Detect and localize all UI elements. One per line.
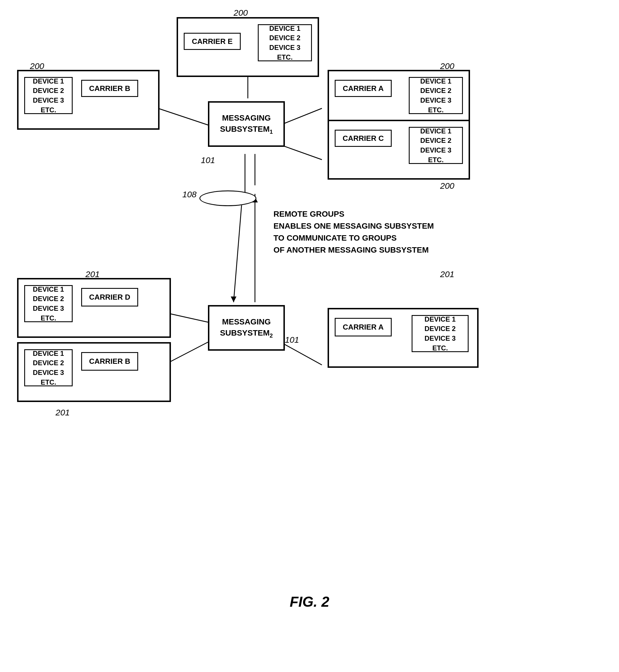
carrier-e-box: CARRIER E <box>184 33 241 50</box>
messaging-subsystem-2: MESSAGINGSUBSYSTEM2 <box>208 305 285 351</box>
carrier-c-devices-label: DEVICE 1DEVICE 2DEVICE 3ETC. <box>420 126 451 165</box>
carrier-b-top-devices-label: DEVICE 1DEVICE 2DEVICE 3ETC. <box>33 76 64 115</box>
carrier-a-bottom-group: CARRIER A DEVICE 1DEVICE 2DEVICE 3ETC. <box>328 308 479 368</box>
svg-line-2 <box>279 108 322 125</box>
carrier-d-box: CARRIER D <box>81 288 138 306</box>
carrier-d-label: CARRIER D <box>89 292 130 302</box>
carrier-b-top-label: CARRIER B <box>89 83 130 94</box>
carrier-c-box: CARRIER C <box>335 130 392 147</box>
ellipse-108 <box>199 190 256 206</box>
carrier-e-label: CARRIER E <box>192 36 232 47</box>
carrier-b-bottom-devices-label: DEVICE 1DEVICE 2DEVICE 3ETC. <box>33 349 64 387</box>
carrier-a-top-box: CARRIER A <box>335 80 392 97</box>
carrier-a-bottom-box: CARRIER A <box>335 318 392 337</box>
carrier-b-top-box: CARRIER B <box>81 80 138 97</box>
carrier-e-devices-label: DEVICE 1DEVICE 2DEVICE 3ETC. <box>269 24 300 62</box>
label-200-top: 200 <box>233 8 248 18</box>
label-201-bottomleft-top: 201 <box>85 269 100 279</box>
svg-line-6 <box>233 205 242 302</box>
carrier-e-devices: DEVICE 1DEVICE 2DEVICE 3ETC. <box>258 24 312 61</box>
carrier-a-top-label: CARRIER A <box>343 83 384 94</box>
svg-line-12 <box>281 342 322 365</box>
carrier-c-group: CARRIER C DEVICE 1DEVICE 2DEVICE 3ETC. <box>328 120 470 180</box>
carrier-d-devices: DEVICE 1DEVICE 2DEVICE 3ETC. <box>24 285 73 322</box>
svg-marker-7 <box>231 297 236 302</box>
carrier-b-bottom-devices: DEVICE 1DEVICE 2DEVICE 3ETC. <box>24 349 73 386</box>
carrier-d-group: CARRIER D DEVICE 1DEVICE 2DEVICE 3ETC. <box>17 278 171 338</box>
carrier-c-label: CARRIER C <box>343 133 384 143</box>
label-201-bottomright: 201 <box>440 269 454 279</box>
carrier-b-top-group: CARRIER B DEVICE 1DEVICE 2DEVICE 3ETC. <box>17 70 159 130</box>
label-200-topleft: 200 <box>30 61 44 71</box>
messaging-subsystem-1: MESSAGINGSUBSYSTEM1 <box>208 101 285 147</box>
svg-line-10 <box>169 314 208 322</box>
annotation-text: REMOTE GROUPSENABLES ONE MESSAGING SUBSY… <box>273 208 434 256</box>
label-201-bottomleft-bottom: 201 <box>56 408 70 417</box>
carrier-b-bottom-box: CARRIER B <box>81 352 138 371</box>
label-200-midright: 200 <box>440 181 454 191</box>
svg-line-1 <box>158 108 209 125</box>
carrier-b-bottom-group: CARRIER B DEVICE 1DEVICE 2DEVICE 3ETC. <box>17 342 171 402</box>
carrier-a-bottom-label: CARRIER A <box>343 322 384 332</box>
messaging-subsystem-1-label: MESSAGINGSUBSYSTEM1 <box>220 112 273 136</box>
carrier-d-devices-label: DEVICE 1DEVICE 2DEVICE 3ETC. <box>33 285 64 323</box>
label-108: 108 <box>182 190 197 199</box>
figure-label: FIG. 2 <box>290 594 329 610</box>
carrier-b-top-devices: DEVICE 1DEVICE 2DEVICE 3ETC. <box>24 77 73 114</box>
carrier-a-top-devices-label: DEVICE 1DEVICE 2DEVICE 3ETC. <box>420 76 451 115</box>
carrier-a-bottom-devices: DEVICE 1DEVICE 2DEVICE 3ETC. <box>412 315 469 352</box>
carrier-a-bottom-devices-label: DEVICE 1DEVICE 2DEVICE 3ETC. <box>424 314 456 353</box>
svg-line-11 <box>169 342 208 362</box>
carrier-e-group: CARRIER E DEVICE 1DEVICE 2DEVICE 3ETC. <box>177 17 319 77</box>
carrier-c-devices: DEVICE 1DEVICE 2DEVICE 3ETC. <box>409 127 463 164</box>
label-101-top: 101 <box>201 156 215 165</box>
carrier-a-top-devices: DEVICE 1DEVICE 2DEVICE 3ETC. <box>409 77 463 114</box>
carrier-b-bottom-label: CARRIER B <box>89 356 130 366</box>
diagram: 200 CARRIER E DEVICE 1DEVICE 2DEVICE 3ET… <box>0 0 619 627</box>
svg-line-3 <box>282 145 322 160</box>
messaging-subsystem-2-label: MESSAGINGSUBSYSTEM2 <box>220 316 273 340</box>
label-200-topright: 200 <box>440 61 454 71</box>
label-101-bottom: 101 <box>285 335 299 345</box>
